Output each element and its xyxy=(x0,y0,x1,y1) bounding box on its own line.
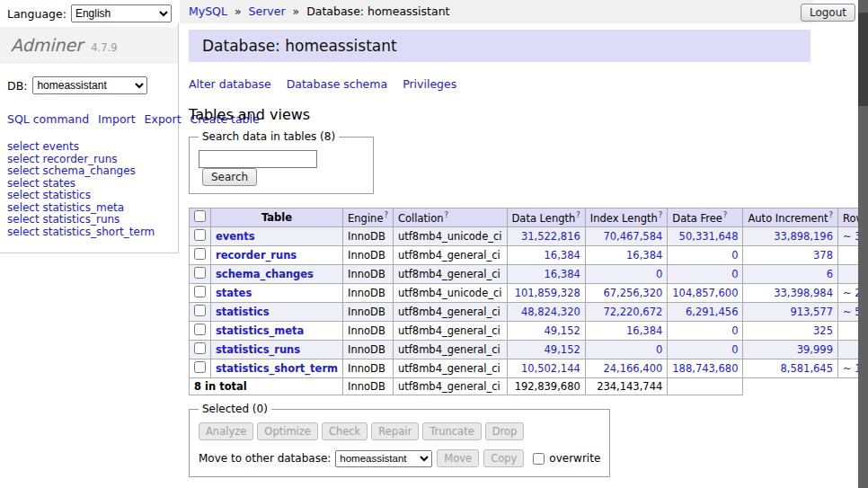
sidebar-select-statistics-runs[interactable]: select statistics_runs xyxy=(7,214,171,226)
data-free-link[interactable]: 6,291,456 xyxy=(686,306,739,318)
table-name-link[interactable]: schema_changes xyxy=(216,268,314,280)
column-header-index-length[interactable]: Index Length? xyxy=(585,209,668,227)
optimize-button[interactable]: Optimize xyxy=(257,422,318,440)
selected-buttons: AnalyzeOptimizeCheckRepairTruncateDrop xyxy=(199,422,600,440)
sidebar-link-export[interactable]: Export xyxy=(145,112,182,126)
data-length-link[interactable]: 49,152 xyxy=(545,324,580,337)
index-length-link[interactable]: 16,384 xyxy=(626,249,662,262)
auto-increment-link[interactable]: 378 xyxy=(813,249,833,262)
table-name-link[interactable]: recorder_runs xyxy=(216,249,297,262)
row-check-cell xyxy=(190,284,211,303)
db-link-alter-database[interactable]: Alter database xyxy=(189,77,271,91)
sidebar-select-statistics[interactable]: select statistics xyxy=(7,190,171,202)
index-length-link[interactable]: 24,166,400 xyxy=(603,362,662,375)
data-length-link[interactable]: 10,502,144 xyxy=(521,362,580,375)
repair-button[interactable]: Repair xyxy=(371,422,419,440)
collation-cell: utf8mb4_general_ci xyxy=(393,246,507,265)
sidebar-select-states[interactable]: select states xyxy=(7,178,171,191)
language-select[interactable]: English xyxy=(71,4,172,22)
sidebar-select-recorder-runs[interactable]: select recorder_runs xyxy=(7,154,171,166)
data-free-link[interactable]: 50,331,648 xyxy=(679,230,739,243)
search-legend: Search data in tables (8) xyxy=(199,130,339,143)
row-checkbox[interactable] xyxy=(194,286,206,297)
auto-increment-link[interactable]: 39,999 xyxy=(797,343,833,356)
column-header-engine[interactable]: Engine? xyxy=(343,209,394,227)
auto-increment-link[interactable]: 913,577 xyxy=(790,306,833,318)
auto-increment-link[interactable]: 33,398,984 xyxy=(774,287,833,299)
data-length-link[interactable]: 101,859,328 xyxy=(515,287,580,299)
row-checkbox[interactable] xyxy=(194,229,206,241)
auto-increment-link[interactable]: 8,581,645 xyxy=(780,362,833,375)
table-name-link[interactable]: statistics_runs xyxy=(216,343,300,356)
column-header-collation[interactable]: Collation? xyxy=(393,209,507,227)
index-length-link[interactable]: 0 xyxy=(656,343,662,356)
row-checkbox[interactable] xyxy=(194,342,206,354)
index-length-link[interactable]: 67,256,320 xyxy=(603,287,662,299)
sidebar-select-events[interactable]: select events xyxy=(7,141,171,154)
row-checkbox[interactable] xyxy=(194,324,206,335)
auto-increment-link[interactable]: 33,898,196 xyxy=(774,230,833,243)
breadcrumb-mysql-link[interactable]: MySQL xyxy=(189,4,227,18)
table-name-link[interactable]: statistics xyxy=(216,306,270,318)
drop-button[interactable]: Drop xyxy=(485,422,525,440)
search-input[interactable] xyxy=(199,150,317,168)
select-all-checkbox[interactable] xyxy=(194,210,206,222)
db-link-database-schema[interactable]: Database schema xyxy=(287,77,387,91)
table-name-link[interactable]: statistics_short_term xyxy=(216,362,338,375)
index-length-cell: 0 xyxy=(585,341,668,359)
data-free-link[interactable]: 188,743,680 xyxy=(672,362,738,375)
truncate-button[interactable]: Truncate xyxy=(422,422,482,440)
move-database-select[interactable]: homeassistant xyxy=(335,450,432,467)
logout-button[interactable]: Logout xyxy=(801,4,855,22)
data-length-link[interactable]: 49,152 xyxy=(545,343,580,356)
index-length-link[interactable]: 72,220,672 xyxy=(603,306,662,318)
overwrite-label[interactable]: overwrite xyxy=(549,452,600,465)
data-length-link[interactable]: 48,824,320 xyxy=(521,306,580,318)
auto-increment-link[interactable]: 325 xyxy=(813,324,833,337)
search-button[interactable]: Search xyxy=(202,168,257,186)
index-length-link[interactable]: 16,384 xyxy=(626,324,662,337)
data-free-link[interactable]: 104,857,600 xyxy=(672,287,738,299)
move-button[interactable]: Move xyxy=(437,449,479,467)
data-length-link[interactable]: 16,384 xyxy=(545,268,580,280)
data-free-link[interactable]: 0 xyxy=(731,268,738,280)
data-length-link[interactable]: 31,522,816 xyxy=(521,230,580,243)
column-header-table[interactable]: Table xyxy=(211,209,343,227)
analyze-button[interactable]: Analyze xyxy=(199,422,253,440)
copy-button[interactable]: Copy xyxy=(483,449,524,467)
scrollbar-thumb[interactable] xyxy=(858,13,868,106)
sidebar-select-statistics-short-term[interactable]: select statistics_short_term xyxy=(7,226,171,239)
row-checkbox[interactable] xyxy=(194,248,206,260)
index-length-link[interactable]: 0 xyxy=(656,268,662,280)
auto-increment-link[interactable]: 6 xyxy=(827,268,833,280)
db-select[interactable]: homeassistant xyxy=(32,76,147,94)
sidebar-link-import[interactable]: Import xyxy=(98,112,136,126)
check-button[interactable]: Check xyxy=(322,422,368,440)
table-row: statesInnoDButf8mb4_unicode_ci101,859,32… xyxy=(190,284,868,303)
data-free-link[interactable]: 0 xyxy=(731,324,738,337)
row-checkbox[interactable] xyxy=(194,305,206,316)
data-free-link[interactable]: 0 xyxy=(731,249,738,262)
table-row: statisticsInnoDButf8mb4_general_ci48,824… xyxy=(190,303,868,322)
column-header-data-length[interactable]: Data Length? xyxy=(507,209,585,227)
sidebar-select-schema-changes[interactable]: select schema_changes xyxy=(7,165,171,178)
index-length-link[interactable]: 70,467,584 xyxy=(603,230,662,243)
sidebar-select-statistics-meta[interactable]: select statistics_meta xyxy=(7,202,171,215)
breadcrumb-separator-icon: » xyxy=(235,4,242,18)
scrollbar[interactable] xyxy=(858,0,868,488)
data-free-link[interactable]: 0 xyxy=(731,343,738,356)
row-check-cell xyxy=(190,265,211,284)
table-name-link[interactable]: events xyxy=(216,230,255,243)
overwrite-checkbox[interactable] xyxy=(533,453,545,465)
table-name-link[interactable]: states xyxy=(216,287,252,299)
table-name-link[interactable]: statistics_meta xyxy=(216,324,304,337)
column-header-data-free[interactable]: Data Free? xyxy=(668,209,743,227)
breadcrumb-server-link[interactable]: Server xyxy=(249,4,286,18)
row-checkbox[interactable] xyxy=(194,361,206,373)
row-check-cell xyxy=(190,322,211,341)
data-length-link[interactable]: 16,384 xyxy=(545,249,580,262)
column-header-auto-increment[interactable]: Auto Increment? xyxy=(743,209,838,227)
db-link-privileges[interactable]: Privileges xyxy=(403,77,456,91)
sidebar-link-sql-command[interactable]: SQL command xyxy=(7,112,89,126)
row-checkbox[interactable] xyxy=(194,267,206,279)
